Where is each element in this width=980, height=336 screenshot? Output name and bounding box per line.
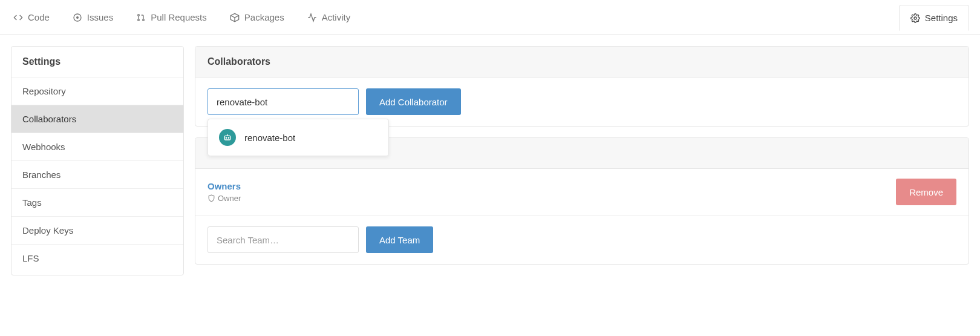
sidebar-item-label: Collaborators	[22, 114, 76, 124]
add-team-row: Add Team	[207, 226, 956, 253]
sidebar-item-branches[interactable]: Branches	[11, 161, 183, 189]
sidebar-item-lfs[interactable]: LFS	[11, 245, 183, 272]
team-row-owners: Owners Owner Remove	[195, 169, 969, 216]
suggestion-item-renovate-bot[interactable]: renovate-bot	[208, 119, 388, 156]
svg-point-3	[138, 19, 140, 21]
sidebar-item-repository[interactable]: Repository	[11, 77, 183, 105]
settings-sidebar: Settings Repository Collaborators Webhoo…	[11, 46, 184, 275]
shield-icon	[207, 194, 215, 202]
add-collaborator-row: Add Collaborator	[207, 88, 956, 115]
collaborators-panel: Collaborators Add Collaborator renovate-…	[195, 46, 969, 127]
issue-icon	[73, 13, 82, 22]
tab-activity[interactable]: Activity	[305, 8, 353, 26]
bot-icon	[223, 133, 232, 142]
tab-issues[interactable]: Issues	[70, 8, 116, 26]
suggestion-label: renovate-bot	[244, 133, 295, 143]
team-role: Owner	[207, 194, 241, 203]
team-name-link[interactable]: Owners	[207, 181, 241, 191]
collaborator-suggestions-dropdown: renovate-bot	[207, 119, 389, 156]
svg-point-1	[77, 16, 79, 18]
sidebar-item-collaborators[interactable]: Collaborators	[11, 105, 183, 133]
tab-settings[interactable]: Settings	[899, 5, 969, 31]
topbar: Code Issues Pull Requests Packages Activ…	[0, 0, 980, 35]
sidebar-item-deploy-keys[interactable]: Deploy Keys	[11, 217, 183, 245]
svg-point-5	[914, 17, 916, 19]
teams-panel: Teams Owners Owner Remove Add Team	[195, 137, 969, 265]
settings-icon	[910, 13, 920, 23]
tab-packages[interactable]: Packages	[227, 8, 287, 26]
teams-panel-body: Add Team	[195, 216, 969, 264]
sidebar-item-webhooks[interactable]: Webhooks	[11, 133, 183, 161]
avatar	[219, 129, 236, 146]
topbar-tabs: Code Issues Pull Requests Packages Activ…	[11, 8, 899, 26]
team-role-label: Owner	[218, 194, 241, 203]
tab-label: Issues	[87, 12, 113, 22]
tab-label: Packages	[244, 12, 284, 22]
git-pull-request-icon	[136, 13, 146, 22]
collaborators-panel-body: Add Collaborator renovate-bot	[195, 77, 969, 126]
sidebar-item-label: Webhooks	[22, 142, 65, 152]
sidebar-item-label: LFS	[22, 253, 39, 263]
main-wrap: Settings Repository Collaborators Webhoo…	[0, 35, 980, 286]
activity-icon	[307, 13, 317, 22]
tab-pull-requests[interactable]: Pull Requests	[134, 8, 209, 26]
svg-point-7	[226, 137, 226, 138]
tab-label: Code	[28, 12, 50, 22]
sidebar-item-label: Repository	[22, 86, 66, 96]
team-search-input[interactable]	[207, 226, 359, 253]
tab-code[interactable]: Code	[11, 8, 52, 26]
sidebar-item-label: Branches	[22, 170, 60, 180]
panel-header-collaborators: Collaborators	[195, 47, 969, 77]
add-team-button[interactable]: Add Team	[366, 226, 433, 253]
svg-point-2	[138, 14, 140, 16]
svg-point-8	[228, 137, 229, 138]
svg-point-4	[143, 19, 145, 21]
tab-label: Pull Requests	[151, 12, 207, 22]
sidebar-item-label: Tags	[22, 197, 42, 208]
sidebar-item-label: Deploy Keys	[22, 225, 73, 236]
content-area: Collaborators Add Collaborator renovate-…	[195, 46, 969, 275]
tab-label: Activity	[322, 12, 351, 22]
sidebar-title: Settings	[11, 47, 183, 77]
remove-team-button[interactable]: Remove	[896, 179, 956, 205]
add-collaborator-button[interactable]: Add Collaborator	[366, 88, 461, 115]
package-icon	[230, 13, 240, 22]
collaborator-search-input[interactable]	[207, 88, 359, 115]
code-icon	[13, 13, 23, 22]
sidebar-item-tags[interactable]: Tags	[11, 189, 183, 217]
tab-label: Settings	[925, 13, 958, 23]
team-info: Owners Owner	[207, 181, 241, 203]
